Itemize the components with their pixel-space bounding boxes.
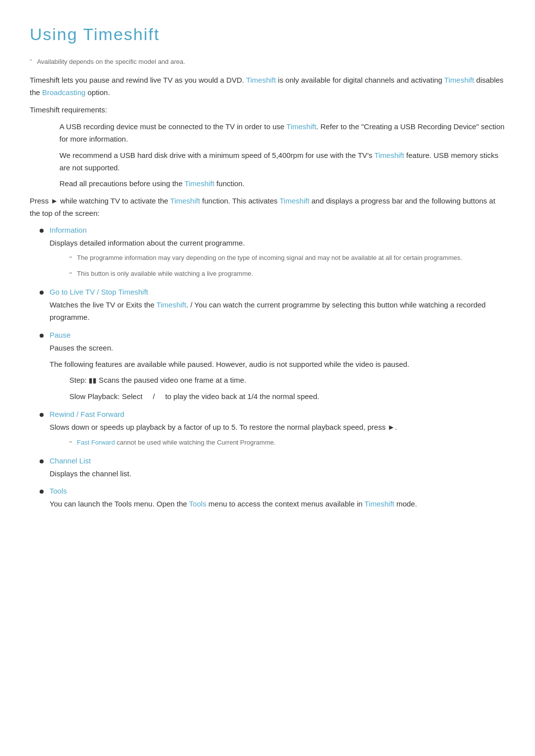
press-paragraph: Press ► while watching TV to activate th… xyxy=(30,195,505,220)
bullet-dot-6 xyxy=(40,490,44,494)
gotolive-desc: Watches the live TV or Exits the Timeshi… xyxy=(50,299,505,324)
intro-text-2: is only available for digital channels a… xyxy=(278,76,444,84)
list-item-channellist: Channel List Displays the channel list. xyxy=(40,456,505,480)
quote-icon-1: " xyxy=(69,253,72,265)
timeshift-link-req2[interactable]: Timeshift xyxy=(374,151,404,159)
availability-text: Availability depends on the specific mod… xyxy=(37,58,185,65)
information-note-1-text: The programme information may vary depen… xyxy=(77,253,462,263)
gotolive-label: Go to Live TV / Stop Timeshift xyxy=(50,288,148,296)
timeshift-link-press1[interactable]: Timeshift xyxy=(170,197,200,205)
step-line: Step: ▮▮ Scans the paused video one fram… xyxy=(69,374,505,387)
broadcasting-link[interactable]: Broadcasting xyxy=(42,88,86,97)
req-3: Read all precautions before using the Ti… xyxy=(59,178,505,190)
bullet-channellist: Channel List xyxy=(40,456,505,465)
bullet-dot-2 xyxy=(40,291,44,295)
bullet-dot-4 xyxy=(40,413,44,417)
intro-paragraph: Timeshift lets you pause and rewind live… xyxy=(30,74,505,99)
tools-content: You can launch the Tools menu. Open the … xyxy=(50,498,505,510)
press-text-2: function. This activates xyxy=(200,197,279,205)
list-item-gotolive: Go to Live TV / Stop Timeshift Watches t… xyxy=(40,288,505,324)
information-content: Displays detailed information about the … xyxy=(50,237,505,281)
timeshift-link-2[interactable]: Timeshift xyxy=(444,76,474,84)
timeshift-link-req1[interactable]: Timeshift xyxy=(286,122,316,131)
fastforward-link[interactable]: Fast Forward xyxy=(77,439,115,446)
pause-label: Pause xyxy=(50,331,71,339)
channellist-content: Displays the channel list. xyxy=(50,468,505,480)
rewind-note-1-text: Fast Forward cannot be used while watchi… xyxy=(77,438,275,448)
pause-desc-2: The following features are available whi… xyxy=(50,358,505,371)
bullet-dot-3 xyxy=(40,334,44,338)
req-3-text-2: function. xyxy=(214,179,245,188)
list-item-tools: Tools You can launch the Tools menu. Ope… xyxy=(40,487,505,510)
availability-note: " Availability depends on the specific m… xyxy=(30,58,505,65)
req-2-text: We recommend a USB hard disk drive with … xyxy=(59,151,374,159)
information-note-1: " The programme information may vary dep… xyxy=(69,253,505,265)
channellist-desc: Displays the channel list. xyxy=(50,468,505,480)
timeshift-link-1[interactable]: Timeshift xyxy=(246,76,276,84)
gotolive-content: Watches the live TV or Exits the Timeshi… xyxy=(50,299,505,324)
slow-playback-line: Slow Playback: Select / to play the vide… xyxy=(69,391,505,403)
information-note-2: " This button is only available while wa… xyxy=(69,269,505,281)
information-note-2-text: This button is only available while watc… xyxy=(77,269,253,279)
req-3-text: Read all precautions before using the xyxy=(59,179,184,188)
bullet-gotolive: Go to Live TV / Stop Timeshift xyxy=(40,288,505,296)
timeshift-link-gotolive[interactable]: Timeshift xyxy=(157,301,186,309)
pause-content: Pauses the screen. The following feature… xyxy=(50,342,505,403)
bullet-rewind: Rewind / Fast Forward xyxy=(40,410,505,418)
tools-desc: You can launch the Tools menu. Open the … xyxy=(50,498,505,510)
bullet-dot-5 xyxy=(40,459,44,463)
pause-icon: ▮▮ xyxy=(89,377,97,384)
timeshift-link-req3[interactable]: Timeshift xyxy=(184,179,214,188)
bullet-information: Information xyxy=(40,226,505,234)
bullet-pause: Pause xyxy=(40,331,505,339)
quote-icon-3: " xyxy=(69,438,72,450)
requirements-heading: Timeshift requirements: xyxy=(30,104,505,116)
channellist-label: Channel List xyxy=(50,456,91,465)
rewind-desc: Slows down or speeds up playback by a fa… xyxy=(50,421,505,434)
tools-link[interactable]: Tools xyxy=(189,500,207,508)
list-item-information: Information Displays detailed informatio… xyxy=(40,226,505,281)
bullet-tools: Tools xyxy=(40,487,505,495)
press-text-1: Press ► while watching TV to activate th… xyxy=(30,197,170,205)
pause-desc-1: Pauses the screen. xyxy=(50,342,505,354)
quote-icon-2: " xyxy=(69,269,72,281)
intro-text-4: option. xyxy=(88,88,110,97)
bullet-dot xyxy=(40,229,44,233)
req-1: A USB recording device must be connected… xyxy=(59,121,505,146)
rewind-note-1: " Fast Forward cannot be used while watc… xyxy=(69,438,505,450)
feature-list: Information Displays detailed informatio… xyxy=(40,226,505,511)
intro-text-1: Timeshift lets you pause and rewind live… xyxy=(30,76,244,84)
requirements-block: A USB recording device must be connected… xyxy=(59,121,505,190)
list-item-pause: Pause Pauses the screen. The following f… xyxy=(40,331,505,403)
req-2: We recommend a USB hard disk drive with … xyxy=(59,150,505,174)
req-1-text: A USB recording device must be connected… xyxy=(59,122,286,131)
rewind-content: Slows down or speeds up playback by a fa… xyxy=(50,421,505,450)
information-label: Information xyxy=(50,226,87,234)
timeshift-link-press2[interactable]: Timeshift xyxy=(279,197,309,205)
tools-label: Tools xyxy=(50,487,67,495)
rewind-label: Rewind / Fast Forward xyxy=(50,410,124,418)
list-item-rewind: Rewind / Fast Forward Slows down or spee… xyxy=(40,410,505,450)
timeshift-link-tools[interactable]: Timeshift xyxy=(365,500,394,508)
quote-icon: " xyxy=(30,58,32,65)
information-desc: Displays detailed information about the … xyxy=(50,237,505,250)
page-title: Using Timeshift xyxy=(30,25,505,44)
